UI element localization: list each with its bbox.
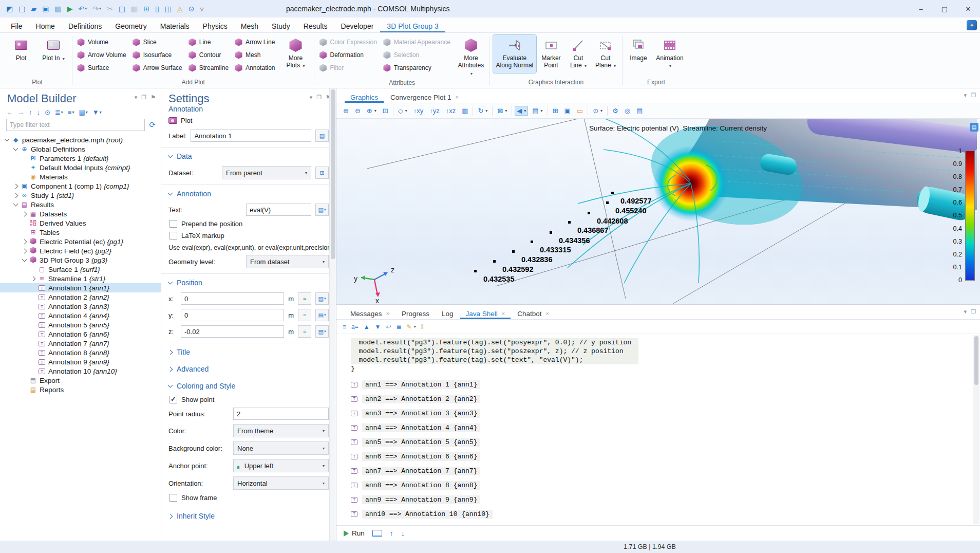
tree-item-annotation-8[interactable]: TAnnotation 8{ann8} (0, 348, 161, 357)
history-up-icon[interactable]: ↑ (390, 529, 393, 538)
view-yz-icon[interactable]: ↑yz (428, 106, 441, 115)
panel-menu-icon[interactable]: ▾ (964, 308, 967, 315)
add-plot-arrow-volume-button[interactable]: Arrow Volume (76, 49, 130, 61)
pin-icon[interactable]: ⚑ (150, 94, 156, 101)
add-plot-slice-button[interactable]: Slice (131, 36, 186, 48)
view-xy-icon[interactable]: ↑xy (412, 106, 425, 115)
close-tab-icon[interactable]: × (502, 310, 505, 317)
wrap-icon[interactable]: ↩ (386, 324, 391, 330)
show-point-checkbox[interactable] (169, 396, 177, 403)
float-panel-icon[interactable]: ❐ (316, 94, 322, 101)
panel-menu-icon[interactable]: ▾ (135, 94, 138, 101)
tab-results[interactable]: Results (297, 17, 334, 32)
filter-icon[interactable]: ▼▾ (92, 109, 102, 116)
open-icon[interactable]: ▰ (31, 5, 36, 12)
keyboard-icon[interactable] (372, 530, 382, 537)
expander-icon[interactable] (5, 137, 10, 142)
attribute-filter-button[interactable]: Filter (317, 62, 380, 73)
tree-item-component-1-comp-1[interactable]: ▣Component 1 (comp 1){comp1} (0, 181, 161, 191)
toolbar-overflow-icon[interactable]: ▿ (200, 5, 203, 12)
settings-scrollbar[interactable] (329, 88, 336, 541)
tree-item-annotation-3[interactable]: TAnnotation 3{ann3} (0, 302, 161, 311)
windows-icon[interactable]: ▣ (563, 106, 572, 115)
filter-input[interactable] (6, 119, 145, 131)
undo-icon[interactable]: ↶▾ (79, 5, 87, 12)
unit-menu-button[interactable]: ▤▾ (315, 325, 329, 338)
camera-icon[interactable]: ◎ (623, 106, 632, 115)
close-tab-icon[interactable]: × (456, 94, 459, 100)
tree-item-annotation-9[interactable]: TAnnotation 9{ann9} (0, 357, 161, 366)
tab-file[interactable]: File (4, 17, 29, 32)
geometry-level-select[interactable]: From dataset▾ (246, 255, 329, 268)
assistant-icon[interactable]: ✦ (967, 20, 977, 30)
plot-properties-floater-icon[interactable]: ▤ (970, 123, 978, 132)
default-view-icon[interactable]: ◇▾ (397, 106, 409, 115)
position-y-input[interactable] (181, 309, 284, 321)
attribute-selection-button[interactable]: Selection (382, 49, 454, 61)
zoom-extents-icon[interactable]: ⊡ (381, 106, 390, 115)
format-icon[interactable]: ≡ (343, 324, 346, 330)
add-plot-mesh-button[interactable]: Mesh (233, 49, 278, 61)
panel-menu-icon[interactable]: ▾ (310, 94, 313, 101)
expression-menu-button[interactable]: ▤▾ (315, 204, 329, 216)
tab-progress[interactable]: Progress (396, 305, 435, 319)
expand-all-icon[interactable]: ▲ (364, 324, 370, 330)
expander-icon[interactable] (31, 276, 36, 281)
more-plots-button[interactable]: More Plots ▾ (280, 35, 311, 73)
add-plot-streamline-button[interactable]: Streamline (187, 62, 232, 73)
list-icon[interactable]: ≣ (397, 324, 402, 330)
close-icon[interactable]: ✕ (956, 0, 980, 17)
measure-icon[interactable]: ▭ (575, 106, 585, 115)
range-button[interactable]: ≈ (298, 309, 311, 321)
grid-icon[interactable]: ⊞ (551, 106, 560, 115)
image-button[interactable]: Image (626, 35, 651, 73)
section-header-data[interactable]: Data (161, 148, 336, 164)
tab-log[interactable]: Log (436, 305, 459, 319)
copy-icon[interactable]: ▤ (119, 5, 125, 12)
tree-item-datasets[interactable]: ▦Datasets (0, 209, 161, 218)
scene-light-icon[interactable]: ◀▾ (515, 106, 527, 115)
tree-item-annotation-5[interactable]: TAnnotation 5{ann5} (0, 320, 161, 329)
add-plot-contour-button[interactable]: Contour (187, 49, 232, 61)
show-frame-checkbox[interactable] (169, 494, 177, 502)
paste-icon[interactable]: ▥ (131, 5, 138, 12)
show-icon[interactable]: ⊙ (45, 109, 50, 116)
back-icon[interactable]: ← (6, 109, 13, 116)
expander-icon[interactable] (22, 239, 27, 244)
expander-icon[interactable] (22, 211, 27, 216)
attribute-transparency-button[interactable]: Transparency (382, 62, 454, 73)
orientation-select[interactable]: Horizontal▾ (233, 476, 329, 490)
tree-item-pacemaker-electrode-mph[interactable]: ◆pacemaker_electrode.mph(root) (0, 135, 161, 144)
delete-icon[interactable]: ▯ (155, 5, 159, 12)
add-plot-isosurface-button[interactable]: Isosurface (131, 49, 186, 61)
tab-definitions[interactable]: Definitions (62, 17, 108, 32)
add-plot-surface-button[interactable]: Surface (76, 62, 130, 73)
expander-icon[interactable] (13, 146, 18, 151)
tree-item-export[interactable]: ▤Export (0, 376, 161, 385)
highlight-icon[interactable]: ✎▾ (407, 324, 416, 330)
plot-in-button[interactable]: Plot In ▾ (38, 35, 69, 73)
tree-item-electric-field-ec[interactable]: Electric Field (ec){pg2} (0, 246, 161, 255)
refresh-icon[interactable]: ⟳ (149, 120, 156, 130)
attribute-material-appearance-button[interactable]: Material Appearance (382, 36, 454, 48)
marker-point-button[interactable]: Marker Point (538, 35, 564, 73)
zoom-in-icon[interactable]: ⊕ (342, 106, 350, 115)
tree-item-annotation-4[interactable]: TAnnotation 4{ann4} (0, 311, 161, 320)
dataset-select[interactable]: From parent▾ (222, 166, 311, 179)
graphics-canvas[interactable]: Surface: Electric potential (V) Streamli… (336, 119, 980, 304)
save-icon[interactable]: ▣ (42, 5, 49, 12)
legend-icon[interactable]: ▥ (460, 106, 469, 115)
tree-item-results[interactable]: ▤Results (0, 200, 161, 209)
run-icon[interactable]: ▶ (67, 5, 73, 12)
collapse-all-icon[interactable]: ▼ (375, 324, 381, 330)
more-attributes-button[interactable]: More Attributes ▾ (456, 35, 486, 78)
stop-icon[interactable]: ‖ (421, 324, 424, 330)
search-icon[interactable]: ⊙ (189, 5, 195, 12)
tree-item-annotation-1[interactable]: TAnnotation 1{ann1} (0, 283, 161, 292)
settings-plot-button[interactable]: Plot (181, 117, 192, 124)
tab-convergence-plot-1[interactable]: Convergence Plot 1× (385, 88, 464, 103)
expand-all-icon[interactable]: ≣▾ (55, 109, 63, 116)
snapshot-icon[interactable]: ⊠▾ (496, 106, 508, 115)
tab-3d-plot-group-3[interactable]: 3D Plot Group 3 (380, 17, 445, 32)
tab-home[interactable]: Home (29, 17, 62, 32)
